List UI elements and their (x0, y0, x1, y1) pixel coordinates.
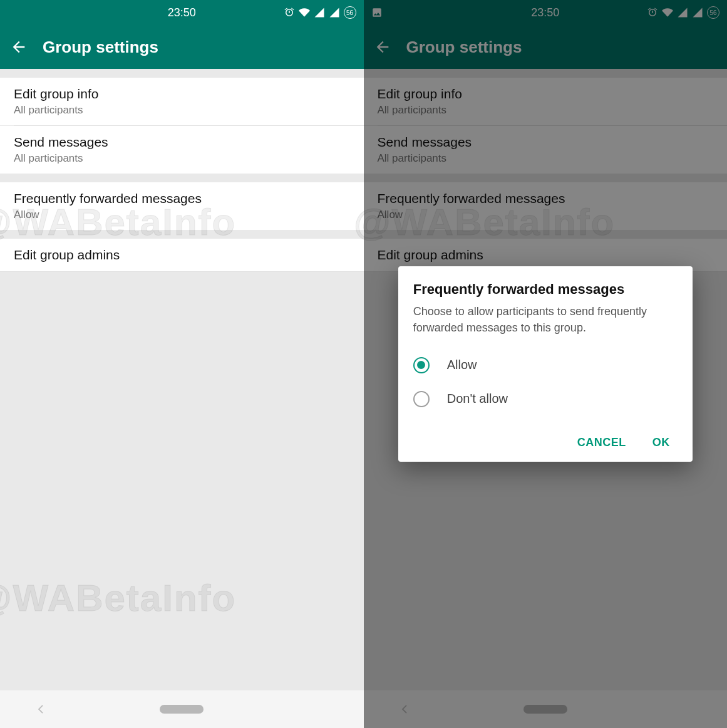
page-title: Group settings (43, 38, 158, 57)
ffm-dialog: Frequently forwarded messages Choose to … (398, 266, 693, 461)
radio-icon-selected (413, 357, 430, 373)
setting-subtitle: All participants (14, 104, 350, 117)
nav-home-pill[interactable] (160, 705, 204, 714)
back-button[interactable] (10, 38, 28, 56)
status-time: 23:50 (168, 6, 196, 19)
signal-icon-2 (329, 7, 340, 18)
phone-screen-left: 23:50 56 Group settings Edit group info … (0, 0, 364, 728)
dialog-description: Choose to allow participants to send fre… (413, 304, 678, 335)
radio-option-dont-allow[interactable]: Don't allow (413, 382, 678, 416)
setting-title: Edit group admins (14, 247, 350, 263)
radio-option-allow[interactable]: Allow (413, 348, 678, 382)
setting-frequently-forwarded[interactable]: Frequently forwarded messages Allow (0, 182, 364, 230)
setting-subtitle: Allow (14, 209, 350, 221)
cancel-button[interactable]: CANCEL (574, 431, 630, 454)
setting-title: Edit group info (14, 86, 350, 101)
app-bar: Group settings (0, 25, 364, 69)
modal-overlay[interactable]: Frequently forwarded messages Choose to … (364, 0, 728, 728)
settings-content: Edit group info All participants Send me… (0, 69, 364, 690)
setting-title: Frequently forwarded messages (14, 191, 350, 206)
radio-label: Don't allow (447, 392, 508, 406)
setting-edit-group-admins[interactable]: Edit group admins (0, 239, 364, 271)
setting-title: Send messages (14, 135, 350, 150)
setting-send-messages[interactable]: Send messages All participants (0, 126, 364, 174)
ok-button[interactable]: OK (649, 431, 674, 454)
status-bar: 23:50 56 (0, 0, 364, 25)
status-icons: 56 (284, 6, 356, 19)
alarm-icon (284, 7, 295, 18)
wifi-icon (299, 7, 310, 18)
navigation-bar (0, 690, 364, 728)
dialog-title: Frequently forwarded messages (413, 281, 678, 298)
setting-subtitle: All participants (14, 152, 350, 165)
signal-icon (314, 7, 325, 18)
phone-screen-right: 23:50 56 Group settings Edit group info … (364, 0, 728, 728)
setting-edit-group-info[interactable]: Edit group info All participants (0, 78, 364, 125)
radio-label: Allow (447, 358, 477, 372)
radio-icon-unselected (413, 391, 430, 407)
battery-badge: 56 (344, 6, 356, 19)
nav-back-icon[interactable] (34, 703, 47, 715)
dialog-actions: CANCEL OK (413, 431, 678, 454)
